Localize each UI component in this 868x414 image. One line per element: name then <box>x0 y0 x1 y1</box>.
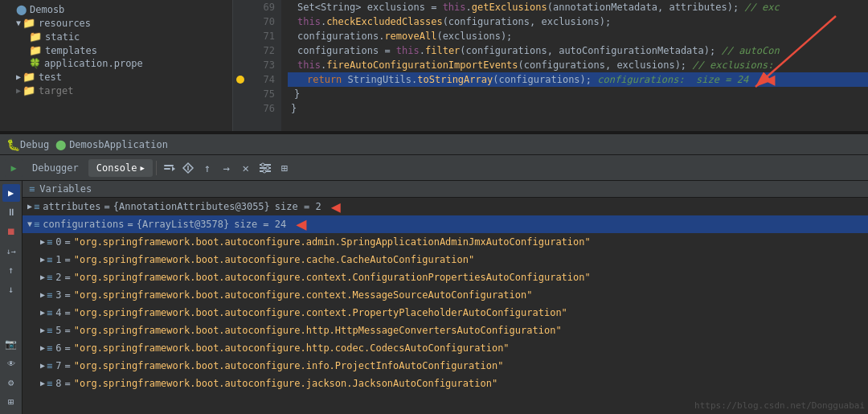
btn-layout[interactable]: ⊞ <box>276 159 293 177</box>
btn-stop[interactable]: ⏹ <box>2 223 20 240</box>
svg-marker-4 <box>172 166 175 171</box>
gutter-line-74[interactable] <box>233 72 248 87</box>
btn-camera[interactable]: 📷 <box>2 335 20 353</box>
red-arrow-attributes: ◀ <box>331 199 341 214</box>
btn-step[interactable]: ↓→ <box>2 242 20 260</box>
btn-step-into[interactable] <box>179 159 197 177</box>
gutter-line-71 <box>233 29 248 43</box>
var-row-6[interactable]: ▶ ≡ 6 = "org.springframework.boot.autoco… <box>23 339 868 357</box>
three-lines-icon: ≡ <box>29 183 35 195</box>
var-lines-icon-3: ≡ <box>47 288 52 302</box>
var-lines-icon-4: ≡ <box>47 305 52 320</box>
var-arrow-configurations[interactable]: ▼ <box>27 217 32 232</box>
var-row-5[interactable]: ▶ ≡ 5 = "org.springframework.boot.autoco… <box>23 322 868 339</box>
btn-run-cursor[interactable]: → <box>218 159 235 177</box>
tree-item-target[interactable]: ▶ 📁 target <box>0 84 232 97</box>
btn-down[interactable]: ↓ <box>2 281 20 298</box>
var-val-7: "org.springframework.boot.autoconfigure.… <box>74 359 504 373</box>
tab-debugger[interactable]: Debugger <box>24 159 87 177</box>
var-row-8[interactable]: ▶ ≡ 8 = "org.springframework.boot.autoco… <box>23 375 868 392</box>
tree-label-static: static <box>45 31 80 43</box>
btn-watch[interactable]: 👁 <box>2 355 20 372</box>
red-arrow-code: ◀ <box>764 72 775 87</box>
var-row-7[interactable]: ▶ ≡ 7 = "org.springframework.boot.autoco… <box>23 357 868 375</box>
tree-label-application: application.prope <box>44 58 143 69</box>
tab-console[interactable]: Console ▶ <box>88 159 153 177</box>
var-type-attributes: {AnnotationAttributes@3055} <box>113 199 270 214</box>
var-arrow-attributes[interactable]: ▶ <box>27 199 32 214</box>
code-line-76: } <box>288 101 868 116</box>
console-arrow-icon: ▶ <box>140 164 144 172</box>
var-index-6: 6 <box>55 341 61 355</box>
btn-pause[interactable]: ⏸ <box>2 203 20 221</box>
gutter-line-76 <box>233 101 248 116</box>
var-row-1[interactable]: ▶ ≡ 1 = "org.springframework.boot.autoco… <box>23 251 868 268</box>
btn-evaluate[interactable]: ✕ <box>237 159 255 177</box>
tree-item-static[interactable]: 📁 static <box>0 30 232 43</box>
var-eq-3: = <box>65 288 71 302</box>
red-arrow-configurations: ◀ <box>296 217 306 232</box>
tree-label-resources: resources <box>39 18 91 29</box>
resume-button[interactable]: ▶ <box>5 159 23 177</box>
tree-item-test[interactable]: ▶ 📁 test <box>0 70 232 84</box>
var-arrow-2[interactable]: ▶ <box>40 270 45 285</box>
code-line-71: configurations.removeAll(exclusions); <box>288 29 868 43</box>
var-val-1: "org.springframework.boot.autoconfigure.… <box>74 252 475 267</box>
var-name-attributes: attributes <box>43 199 100 214</box>
tree-item-application[interactable]: 🍀 application.prope <box>0 57 232 70</box>
btn-step-out[interactable]: ↑ <box>199 159 216 177</box>
code-line-73: this.fireAutoConfigurationImportEvents(c… <box>288 58 868 72</box>
code-line-75: } <box>288 87 868 101</box>
svg-point-11 <box>266 166 269 170</box>
var-size-configurations: size = 24 <box>234 217 286 232</box>
var-lines-icon-5: ≡ <box>47 323 52 338</box>
var-arrow-5[interactable]: ▶ <box>40 323 45 338</box>
svg-rect-3 <box>164 168 170 170</box>
btn-settings2[interactable]: ⚙ <box>2 374 20 391</box>
tree-item-demosb[interactable]: ⬤ Demosb <box>0 3 232 16</box>
btn-step-over[interactable] <box>160 159 178 177</box>
btn-layout2[interactable]: ⊞ <box>2 393 20 411</box>
var-arrow-4[interactable]: ▶ <box>40 305 45 320</box>
var-index-2: 2 <box>55 270 61 285</box>
var-eq-0: = <box>65 235 71 249</box>
var-index-0: 0 <box>55 235 61 249</box>
var-lines-icon-2: ≡ <box>47 270 52 285</box>
tree-item-resources[interactable]: ▼ 📁 resources <box>0 16 232 30</box>
var-arrow-6[interactable]: ▶ <box>40 341 45 355</box>
btn-up[interactable]: ↑ <box>2 261 20 279</box>
btn-settings[interactable] <box>256 159 274 177</box>
breakpoint-dot <box>236 76 244 84</box>
var-row-3[interactable]: ▶ ≡ 3 = "org.springframework.boot.autoco… <box>23 286 868 304</box>
var-size-attributes: size = 2 <box>275 199 321 214</box>
tab-debugger-label: Debugger <box>32 162 79 174</box>
var-lines-icon-attributes: ≡ <box>34 199 39 214</box>
var-lines-icon-6: ≡ <box>47 341 52 355</box>
code-content: Set<String> exclusions = this.getExclusi… <box>281 0 868 131</box>
code-line-69: Set<String> exclusions = this.getExclusi… <box>288 0 868 14</box>
btn-resume[interactable]: ▶ <box>2 184 20 202</box>
var-row-attributes[interactable]: ▶ ≡ attributes = {AnnotationAttributes@3… <box>23 198 868 215</box>
var-row-4[interactable]: ▶ ≡ 4 = "org.springframework.boot.autoco… <box>23 304 868 322</box>
side-controls: ▶ ⏸ ⏹ ↓→ ↑ ↓ 📷 👁 ⚙ ⊞ <box>0 181 23 414</box>
tree-item-templates[interactable]: 📁 templates <box>0 43 232 57</box>
variables-title: Variables <box>39 183 92 195</box>
code-editor: 69 70 71 72 73 74 75 76 Set<String> excl… <box>233 0 868 131</box>
var-arrow-3[interactable]: ▶ <box>40 288 45 302</box>
tree-label-demosb: Demosb <box>30 4 64 15</box>
gutter-line-70 <box>233 14 248 29</box>
line-numbers: 69 70 71 72 73 74 75 76 <box>249 0 281 131</box>
var-row-0[interactable]: ▶ ≡ 0 = "org.springframework.boot.autoco… <box>23 233 868 251</box>
var-row-configurations[interactable]: ▼ ≡ configurations = {ArrayList@3578} si… <box>23 215 868 233</box>
var-arrow-1[interactable]: ▶ <box>40 252 45 267</box>
var-arrow-8[interactable]: ▶ <box>40 376 45 391</box>
code-line-74: return StringUtils.toStringArray(configu… <box>288 72 868 87</box>
var-name-configurations: configurations <box>43 217 124 232</box>
var-lines-icon-7: ≡ <box>47 359 52 373</box>
var-arrow-7[interactable]: ▶ <box>40 359 45 373</box>
var-lines-icon-0: ≡ <box>47 235 52 249</box>
gutter-line-73 <box>233 58 248 72</box>
var-arrow-0[interactable]: ▶ <box>40 235 45 249</box>
var-row-2[interactable]: ▶ ≡ 2 = "org.springframework.boot.autoco… <box>23 268 868 286</box>
gutter-line-75 <box>233 87 248 101</box>
